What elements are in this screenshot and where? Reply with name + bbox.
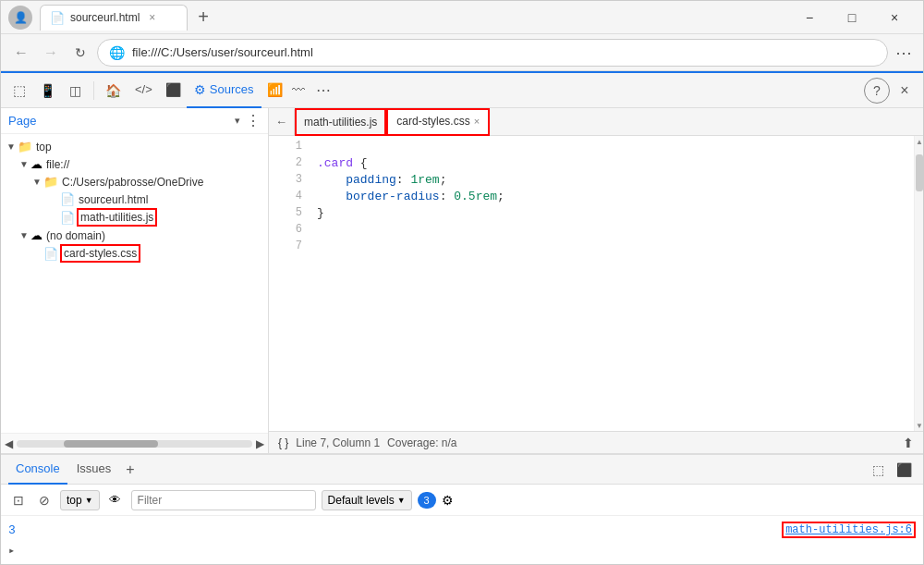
console-tab-console[interactable]: Console (8, 455, 67, 485)
code-tabs-bar: ← math-utilities.js card-styles.css × (269, 108, 923, 136)
panel-chevron-icon[interactable]: ▾ (235, 115, 240, 127)
sourceurl-file-icon: 📄 (60, 192, 75, 206)
maximize-button[interactable]: □ (831, 3, 873, 32)
line-content-3: padding: 1rem; (317, 173, 446, 187)
browser-tab[interactable]: 📄 sourceurl.html × (40, 5, 188, 31)
console-output-link[interactable]: math-utilities.js:6 (782, 522, 916, 538)
console-clear-button[interactable]: ⊡ (8, 490, 29, 510)
user-avatar: 👤 (8, 6, 32, 30)
forward-button[interactable]: → (38, 40, 64, 66)
panel-title[interactable]: Page (8, 114, 235, 128)
more-options-button[interactable]: ⋯ (892, 39, 916, 67)
refresh-button[interactable]: ↻ (67, 40, 93, 66)
tree-item-onedrive[interactable]: ▼ 📁 C:/Users/pabrosse/OneDrive (1, 173, 268, 190)
minimize-button[interactable]: − (788, 3, 831, 32)
top-folder-icon: 📁 (18, 140, 32, 154)
console-icon-1[interactable]: ⬚ (866, 458, 890, 482)
line-num-6: 6 (276, 223, 302, 236)
console-block-button[interactable]: ⊘ (34, 490, 55, 510)
console-row-2: ▸ (8, 540, 916, 560)
cardcss-file-icon: 📄 (43, 247, 58, 261)
tree-item-math-utilities[interactable]: 📄 math-utilities.js (1, 208, 268, 227)
device-emulation-button[interactable]: 📱 (34, 78, 60, 104)
console-section: Console Issues + ⬚ ⬛ ⊡ ⊘ top ▼ 👁 (1, 453, 923, 564)
code-line-3: 3 padding: 1rem; (269, 171, 914, 188)
elements-tab-button[interactable]: 🏠 (100, 78, 126, 104)
back-tab-button[interactable]: ← (269, 109, 295, 135)
window-controls: − □ × (788, 3, 916, 32)
tab-close-button[interactable]: × (149, 11, 155, 24)
console-eye-button[interactable]: 👁 (105, 490, 126, 510)
network-tab[interactable]: 📶 (263, 73, 286, 108)
tree-item-file[interactable]: ▼ ☁ file:// (1, 155, 268, 173)
cardcss-tab-close[interactable]: × (474, 116, 480, 127)
elements-tab[interactable]: </> (128, 73, 160, 108)
scroll-right-icon[interactable]: ▶ (256, 437, 264, 450)
console-top-label: top (67, 494, 82, 507)
sources-tab[interactable]: ⚙ Sources (187, 73, 261, 108)
file-tree: ▼ 📁 top ▼ ☁ file:// ▼ 📁 C:/Users/p (1, 134, 268, 433)
panel-header: Page ▾ ⋮ (1, 108, 268, 134)
new-tab-button[interactable]: + (191, 6, 215, 30)
address-bar: ← → ↻ 🌐 file:///C:/Users/user/sourceurl.… (1, 34, 923, 71)
default-levels-button[interactable]: Default levels ▼ (322, 490, 412, 510)
tree-item-nodomain[interactable]: ▼ ☁ (no domain) (1, 227, 268, 244)
performance-tab[interactable]: 〰 (288, 73, 309, 108)
console-icon-tab[interactable]: ⬛ (162, 73, 185, 108)
inspect-element-button[interactable]: ⬚ (6, 78, 32, 104)
code-area[interactable]: 1 2 .card { 3 padding: 1rem; (269, 136, 914, 431)
console-tabs-bar: Console Issues + ⬚ ⬛ (1, 455, 923, 485)
scroll-track[interactable] (17, 440, 252, 448)
code-line-1: 1 (269, 138, 914, 154)
devtools-close-button[interactable]: × (892, 78, 918, 104)
tree-item-top[interactable]: ▼ 📁 top (1, 138, 268, 155)
scroll-thumb[interactable] (64, 440, 158, 448)
tree-label-mathjs: math-utilities.js (79, 210, 155, 225)
status-upload-icon[interactable]: ⬆ (903, 436, 914, 450)
panel-layout-button[interactable]: ◫ (62, 78, 88, 104)
code-scroll-down[interactable]: ▼ (915, 420, 923, 431)
nodomain-cloud-icon: ☁ (30, 228, 43, 242)
code-line-5: 5 } (269, 204, 914, 221)
tree-item-sourceurl[interactable]: 📄 sourceurl.html (1, 190, 268, 208)
code-scroll-thumb[interactable] (916, 154, 923, 191)
console-row-1: 3 math-utilities.js:6 (8, 520, 916, 540)
code-scrollbar[interactable]: ▲ ▼ (914, 136, 923, 431)
tree-label-cardcss: card-styles.css (62, 246, 139, 261)
url-box[interactable]: 🌐 file:///C:/Users/user/sourceurl.html (97, 39, 888, 67)
divider (93, 81, 94, 100)
close-button[interactable]: × (873, 3, 916, 32)
code-line-6: 6 (269, 221, 914, 238)
onedrive-arrow-icon: ▼ (30, 177, 43, 187)
code-tab-cardcss[interactable]: card-styles.css × (386, 108, 490, 136)
tree-label-top: top (36, 141, 52, 154)
console-chevron[interactable]: ▸ (8, 544, 15, 558)
title-bar: 👤 📄 sourceurl.html × + − □ × (1, 1, 923, 34)
console-icon-2[interactable]: ⬛ (892, 458, 916, 482)
tree-item-card-styles[interactable]: 📄 card-styles.css (1, 244, 268, 263)
onedrive-folder-icon: 📁 (43, 175, 58, 189)
console-settings-button[interactable]: ⚙ (442, 493, 454, 508)
panel-more-icon[interactable]: ⋮ (246, 112, 261, 129)
console-dropdown-icon: ▼ (85, 496, 93, 505)
console-output-number: 3 (8, 523, 16, 537)
tree-label-sourceurl: sourceurl.html (79, 193, 148, 206)
line-content-4: border-radius: 0.5rem; (317, 190, 505, 203)
console-add-button[interactable]: + (120, 455, 140, 485)
url-text: file:///C:/Users/user/sourceurl.html (132, 45, 313, 59)
file-tree-scrollbar[interactable]: ◀ ▶ (1, 433, 268, 453)
code-tab-mathjs[interactable]: math-utilities.js (295, 108, 386, 136)
console-tab-issues[interactable]: Issues (69, 455, 119, 485)
mathjs-tab-label: math-utilities.js (304, 116, 377, 129)
devtools-more-button[interactable]: ⋯ (310, 73, 336, 108)
scroll-left-icon[interactable]: ◀ (5, 437, 13, 450)
file-tree-panel: Page ▾ ⋮ ▼ 📁 top ▼ ☁ f (1, 108, 269, 453)
console-filter-input[interactable] (131, 490, 316, 510)
code-line-2: 2 .card { (269, 154, 914, 171)
back-button[interactable]: ← (8, 40, 34, 66)
nodomain-arrow-icon: ▼ (18, 230, 30, 240)
code-scroll-up[interactable]: ▲ (915, 136, 923, 147)
devtools-help-button[interactable]: ? (864, 78, 890, 104)
line-num-2: 2 (276, 156, 302, 169)
console-top-button[interactable]: top ▼ (60, 490, 100, 510)
